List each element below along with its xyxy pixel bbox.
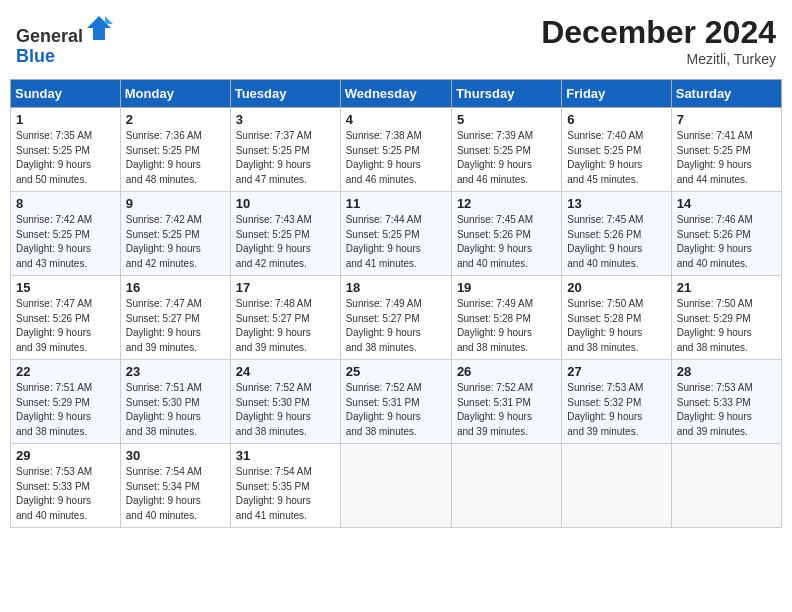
day-info: Sunrise: 7:42 AMSunset: 5:25 PMDaylight:… (126, 214, 202, 269)
day-info: Sunrise: 7:52 AMSunset: 5:31 PMDaylight:… (457, 382, 533, 437)
col-saturday: Saturday (671, 80, 781, 108)
table-row: 26Sunrise: 7:52 AMSunset: 5:31 PMDayligh… (451, 360, 561, 444)
day-info: Sunrise: 7:42 AMSunset: 5:25 PMDaylight:… (16, 214, 92, 269)
table-row: 10Sunrise: 7:43 AMSunset: 5:25 PMDayligh… (230, 192, 340, 276)
day-info: Sunrise: 7:40 AMSunset: 5:25 PMDaylight:… (567, 130, 643, 185)
day-number: 8 (16, 196, 115, 211)
table-row: 5Sunrise: 7:39 AMSunset: 5:25 PMDaylight… (451, 108, 561, 192)
day-number: 15 (16, 280, 115, 295)
table-row: 11Sunrise: 7:44 AMSunset: 5:25 PMDayligh… (340, 192, 451, 276)
table-row: 13Sunrise: 7:45 AMSunset: 5:26 PMDayligh… (562, 192, 671, 276)
table-row: 4Sunrise: 7:38 AMSunset: 5:25 PMDaylight… (340, 108, 451, 192)
table-row: 14Sunrise: 7:46 AMSunset: 5:26 PMDayligh… (671, 192, 781, 276)
col-wednesday: Wednesday (340, 80, 451, 108)
table-row: 25Sunrise: 7:52 AMSunset: 5:31 PMDayligh… (340, 360, 451, 444)
table-row: 30Sunrise: 7:54 AMSunset: 5:34 PMDayligh… (120, 444, 230, 528)
day-info: Sunrise: 7:54 AMSunset: 5:35 PMDaylight:… (236, 466, 312, 521)
day-info: Sunrise: 7:38 AMSunset: 5:25 PMDaylight:… (346, 130, 422, 185)
empty-cell (671, 444, 781, 528)
day-info: Sunrise: 7:49 AMSunset: 5:27 PMDaylight:… (346, 298, 422, 353)
day-number: 17 (236, 280, 335, 295)
day-info: Sunrise: 7:45 AMSunset: 5:26 PMDaylight:… (567, 214, 643, 269)
day-number: 28 (677, 364, 776, 379)
day-info: Sunrise: 7:49 AMSunset: 5:28 PMDaylight:… (457, 298, 533, 353)
day-info: Sunrise: 7:44 AMSunset: 5:25 PMDaylight:… (346, 214, 422, 269)
table-row: 24Sunrise: 7:52 AMSunset: 5:30 PMDayligh… (230, 360, 340, 444)
table-row: 1Sunrise: 7:35 AMSunset: 5:25 PMDaylight… (11, 108, 121, 192)
day-number: 2 (126, 112, 225, 127)
day-number: 7 (677, 112, 776, 127)
day-info: Sunrise: 7:46 AMSunset: 5:26 PMDaylight:… (677, 214, 753, 269)
table-row: 3Sunrise: 7:37 AMSunset: 5:25 PMDaylight… (230, 108, 340, 192)
day-number: 31 (236, 448, 335, 463)
col-monday: Monday (120, 80, 230, 108)
page-header: General Blue December 2024 Mezitli, Turk… (10, 10, 782, 71)
logo-blue: Blue (16, 46, 55, 66)
day-number: 27 (567, 364, 665, 379)
table-row: 17Sunrise: 7:48 AMSunset: 5:27 PMDayligh… (230, 276, 340, 360)
day-info: Sunrise: 7:52 AMSunset: 5:30 PMDaylight:… (236, 382, 312, 437)
day-info: Sunrise: 7:52 AMSunset: 5:31 PMDaylight:… (346, 382, 422, 437)
day-info: Sunrise: 7:35 AMSunset: 5:25 PMDaylight:… (16, 130, 92, 185)
day-info: Sunrise: 7:51 AMSunset: 5:29 PMDaylight:… (16, 382, 92, 437)
day-info: Sunrise: 7:53 AMSunset: 5:32 PMDaylight:… (567, 382, 643, 437)
title-block: December 2024 Mezitli, Turkey (541, 14, 776, 67)
table-row: 20Sunrise: 7:50 AMSunset: 5:28 PMDayligh… (562, 276, 671, 360)
day-info: Sunrise: 7:37 AMSunset: 5:25 PMDaylight:… (236, 130, 312, 185)
day-number: 19 (457, 280, 556, 295)
day-number: 13 (567, 196, 665, 211)
table-row: 16Sunrise: 7:47 AMSunset: 5:27 PMDayligh… (120, 276, 230, 360)
table-row: 21Sunrise: 7:50 AMSunset: 5:29 PMDayligh… (671, 276, 781, 360)
empty-cell (340, 444, 451, 528)
col-thursday: Thursday (451, 80, 561, 108)
table-row: 28Sunrise: 7:53 AMSunset: 5:33 PMDayligh… (671, 360, 781, 444)
day-number: 22 (16, 364, 115, 379)
day-info: Sunrise: 7:47 AMSunset: 5:26 PMDaylight:… (16, 298, 92, 353)
day-info: Sunrise: 7:45 AMSunset: 5:26 PMDaylight:… (457, 214, 533, 269)
col-sunday: Sunday (11, 80, 121, 108)
table-row: 31Sunrise: 7:54 AMSunset: 5:35 PMDayligh… (230, 444, 340, 528)
calendar-header-row: Sunday Monday Tuesday Wednesday Thursday… (11, 80, 782, 108)
day-info: Sunrise: 7:36 AMSunset: 5:25 PMDaylight:… (126, 130, 202, 185)
table-row: 23Sunrise: 7:51 AMSunset: 5:30 PMDayligh… (120, 360, 230, 444)
logo: General Blue (16, 14, 113, 67)
day-number: 10 (236, 196, 335, 211)
day-number: 11 (346, 196, 446, 211)
calendar-table: Sunday Monday Tuesday Wednesday Thursday… (10, 79, 782, 528)
empty-cell (562, 444, 671, 528)
empty-cell (451, 444, 561, 528)
day-number: 9 (126, 196, 225, 211)
day-info: Sunrise: 7:39 AMSunset: 5:25 PMDaylight:… (457, 130, 533, 185)
month-title: December 2024 (541, 14, 776, 51)
table-row: 6Sunrise: 7:40 AMSunset: 5:25 PMDaylight… (562, 108, 671, 192)
table-row: 22Sunrise: 7:51 AMSunset: 5:29 PMDayligh… (11, 360, 121, 444)
day-number: 14 (677, 196, 776, 211)
table-row: 15Sunrise: 7:47 AMSunset: 5:26 PMDayligh… (11, 276, 121, 360)
day-number: 29 (16, 448, 115, 463)
logo-icon (85, 14, 113, 42)
location-subtitle: Mezitli, Turkey (541, 51, 776, 67)
day-info: Sunrise: 7:53 AMSunset: 5:33 PMDaylight:… (16, 466, 92, 521)
table-row: 8Sunrise: 7:42 AMSunset: 5:25 PMDaylight… (11, 192, 121, 276)
table-row: 12Sunrise: 7:45 AMSunset: 5:26 PMDayligh… (451, 192, 561, 276)
day-number: 24 (236, 364, 335, 379)
table-row: 27Sunrise: 7:53 AMSunset: 5:32 PMDayligh… (562, 360, 671, 444)
table-row: 7Sunrise: 7:41 AMSunset: 5:25 PMDaylight… (671, 108, 781, 192)
day-info: Sunrise: 7:50 AMSunset: 5:29 PMDaylight:… (677, 298, 753, 353)
day-info: Sunrise: 7:48 AMSunset: 5:27 PMDaylight:… (236, 298, 312, 353)
day-number: 30 (126, 448, 225, 463)
day-number: 16 (126, 280, 225, 295)
day-info: Sunrise: 7:53 AMSunset: 5:33 PMDaylight:… (677, 382, 753, 437)
day-info: Sunrise: 7:50 AMSunset: 5:28 PMDaylight:… (567, 298, 643, 353)
day-number: 12 (457, 196, 556, 211)
logo-general: General (16, 26, 83, 46)
day-number: 3 (236, 112, 335, 127)
day-number: 1 (16, 112, 115, 127)
day-info: Sunrise: 7:47 AMSunset: 5:27 PMDaylight:… (126, 298, 202, 353)
table-row: 18Sunrise: 7:49 AMSunset: 5:27 PMDayligh… (340, 276, 451, 360)
table-row: 19Sunrise: 7:49 AMSunset: 5:28 PMDayligh… (451, 276, 561, 360)
day-number: 20 (567, 280, 665, 295)
svg-marker-1 (105, 16, 113, 24)
table-row: 2Sunrise: 7:36 AMSunset: 5:25 PMDaylight… (120, 108, 230, 192)
day-number: 26 (457, 364, 556, 379)
